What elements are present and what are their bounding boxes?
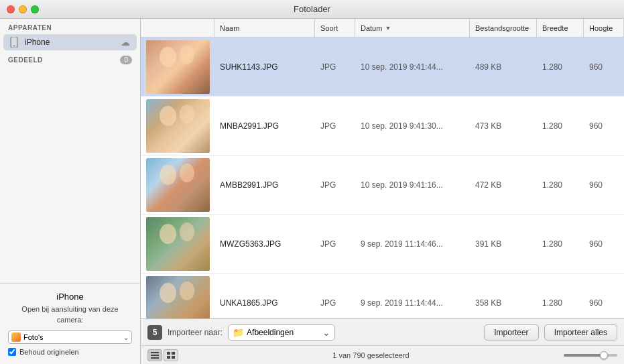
svg-rect-6 (167, 352, 170, 355)
cell-datum: 9 sep. 2019 11:14:44... (355, 298, 470, 308)
cell-naam: UNKA1865.JPG (214, 298, 315, 308)
app-select-label: Foto's (23, 333, 121, 341)
main-layout: APPARATEN iPhone ☁ GEDEELD 0 iPhone Open… (0, 19, 624, 364)
behoud-label: Behoud originelen (19, 348, 79, 356)
photo-thumbnail (146, 158, 210, 212)
close-button[interactable] (7, 5, 15, 13)
svg-rect-9 (172, 356, 175, 359)
table-row[interactable]: UNKA1865.JPG JPG 9 sep. 2019 11:14:44...… (141, 274, 624, 318)
photo-thumbnail (146, 99, 210, 153)
behoud-checkbox-row: Behoud originelen (8, 348, 132, 356)
cell-breedte: 1.280 (537, 298, 584, 308)
svg-rect-4 (151, 355, 159, 356)
svg-point-2 (13, 46, 15, 47)
zoom-slider-container (564, 354, 617, 357)
sidebar: APPARATEN iPhone ☁ GEDEELD 0 iPhone Open… (0, 19, 141, 364)
zoom-slider[interactable] (564, 354, 617, 357)
gedeeld-badge: 0 (120, 56, 132, 64)
titlebar: Fotolader (0, 0, 624, 19)
folder-select-dropdown[interactable]: 📁 Afbeeldingen ⌄ (228, 324, 335, 341)
cell-breedte: 1.280 (537, 180, 584, 190)
behoud-checkbox[interactable] (8, 348, 16, 356)
cell-breedte: 1.280 (537, 121, 584, 131)
cell-datum: 10 sep. 2019 9:41:30... (355, 121, 470, 131)
cell-hoogte: 960 (584, 180, 624, 190)
folder-name-label: Afbeeldingen (247, 328, 320, 337)
gedeeld-section: GEDEELD 0 (0, 50, 140, 67)
app-select-dropdown[interactable]: Foto's ⌄ (8, 330, 132, 344)
photo-thumbnail (146, 276, 210, 319)
table-row[interactable]: MWZG5363.JPG JPG 9 sep. 2019 11:14:46...… (141, 215, 624, 274)
cell-datum: 9 sep. 2019 11:14:46... (355, 239, 470, 249)
cell-soort: JPG (315, 62, 355, 72)
grid-view-button[interactable] (164, 349, 178, 361)
import-count-badge: 5 (147, 325, 162, 340)
cell-grootte: 489 KB (470, 62, 537, 72)
cell-thumbnail (141, 274, 214, 319)
importeer-button[interactable]: Importeer (484, 324, 538, 341)
importeer-alles-button[interactable]: Importeer alles (544, 324, 617, 341)
cell-naam: SUHK1143.JPG (214, 62, 315, 72)
status-bar: 1 van 790 geselecteerd (141, 345, 624, 364)
cell-thumbnail (141, 215, 214, 274)
cell-grootte: 472 KB (470, 180, 537, 190)
cell-breedte: 1.280 (537, 62, 584, 72)
table-header: Naam Soort Datum ▼ Bestandsgrootte Breed… (141, 19, 624, 38)
window-controls (7, 5, 39, 13)
cell-naam: MWZG5363.JPG (214, 239, 315, 249)
cell-thumbnail (141, 38, 214, 97)
cell-grootte: 358 KB (470, 298, 537, 308)
cell-thumbnail (141, 156, 214, 215)
th-soort[interactable]: Soort (315, 19, 355, 37)
app-select-row: Foto's ⌄ (8, 330, 132, 344)
table-row[interactable]: MNBA2991.JPG JPG 10 sep. 2019 9:41:30...… (141, 97, 624, 156)
table-row[interactable]: AMBB2991.JPG JPG 10 sep. 2019 9:41:16...… (141, 156, 624, 215)
apparaten-header: APPARATEN (0, 19, 140, 34)
cell-breedte: 1.280 (537, 239, 584, 249)
import-bar: 5 Importeer naar: 📁 Afbeeldingen ⌄ Impor… (141, 318, 624, 345)
cloud-icon: ☁ (121, 37, 130, 48)
photo-thumbnail (146, 40, 210, 94)
cell-soort: JPG (315, 121, 355, 131)
gedeeld-header: GEDEELD (8, 56, 43, 64)
cell-soort: JPG (315, 180, 355, 190)
app-select-chevron-icon: ⌄ (123, 334, 129, 341)
importeer-naar-label: Importeer naar: (168, 328, 223, 337)
minimize-button[interactable] (19, 5, 27, 13)
cell-hoogte: 960 (584, 298, 624, 308)
cell-naam: AMBB2991.JPG (214, 180, 315, 190)
cell-thumbnail (141, 97, 214, 156)
cell-datum: 10 sep. 2019 9:41:44... (355, 62, 470, 72)
sidebar-device-title: iPhone (8, 292, 132, 302)
cell-hoogte: 960 (584, 239, 624, 249)
list-view-button[interactable] (147, 349, 162, 361)
sort-arrow-icon: ▼ (385, 25, 391, 32)
folder-icon: 📁 (233, 327, 244, 338)
th-hoogte[interactable]: Hoogte (584, 19, 624, 37)
maximize-button[interactable] (31, 5, 39, 13)
svg-rect-1 (12, 38, 16, 45)
th-bestandsgrootte[interactable]: Bestandsgrootte (470, 19, 537, 37)
fotos-app-icon (11, 332, 21, 342)
svg-rect-3 (151, 352, 159, 353)
th-naam[interactable]: Naam (214, 19, 315, 37)
svg-rect-5 (151, 357, 159, 359)
cell-hoogte: 960 (584, 62, 624, 72)
folder-chevron-icon: ⌄ (322, 327, 330, 338)
content-area: Naam Soort Datum ▼ Bestandsgrootte Breed… (141, 19, 624, 364)
cell-datum: 10 sep. 2019 9:41:16... (355, 180, 470, 190)
view-toggle-group (147, 349, 178, 361)
table-row[interactable]: SUHK1143.JPG JPG 10 sep. 2019 9:41:44...… (141, 38, 624, 97)
th-datum[interactable]: Datum ▼ (355, 19, 470, 37)
cell-soort: JPG (315, 239, 355, 249)
cell-naam: MNBA2991.JPG (214, 121, 315, 131)
cell-hoogte: 960 (584, 121, 624, 131)
cell-grootte: 473 KB (470, 121, 537, 131)
svg-rect-7 (172, 352, 175, 355)
window-title: Fotolader (294, 4, 330, 14)
sidebar-item-iphone[interactable]: iPhone ☁ (3, 34, 137, 50)
th-breedte[interactable]: Breedte (537, 19, 584, 37)
cell-soort: JPG (315, 298, 355, 308)
th-thumbnail (141, 19, 214, 37)
table-body: SUHK1143.JPG JPG 10 sep. 2019 9:41:44...… (141, 38, 624, 318)
